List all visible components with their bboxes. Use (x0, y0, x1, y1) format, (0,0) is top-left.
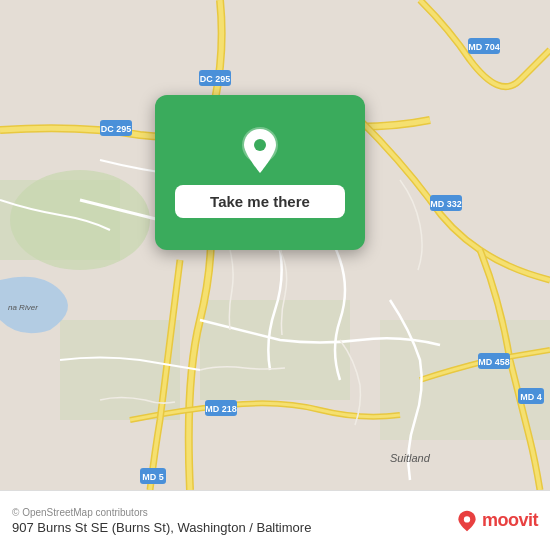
bottom-left-info: © OpenStreetMap contributors 907 Burns S… (12, 507, 311, 535)
svg-text:MD 4: MD 4 (520, 392, 542, 402)
take-me-there-button[interactable]: Take me there (175, 185, 345, 218)
moovit-brand-text: moovit (482, 510, 538, 531)
svg-text:DC 295: DC 295 (101, 124, 132, 134)
svg-rect-3 (200, 300, 350, 400)
svg-text:DC 295: DC 295 (200, 74, 231, 84)
svg-text:Suitland: Suitland (390, 452, 431, 464)
svg-rect-2 (0, 180, 120, 260)
svg-text:MD 332: MD 332 (430, 199, 462, 209)
svg-point-29 (464, 516, 470, 522)
svg-text:na River: na River (8, 303, 38, 312)
moovit-logo: moovit (456, 510, 538, 532)
address-text: 907 Burns St SE (Burns St), Washington /… (12, 520, 311, 535)
moovit-pin-icon (456, 510, 478, 532)
svg-text:MD 458: MD 458 (478, 357, 510, 367)
bottom-bar: © OpenStreetMap contributors 907 Burns S… (0, 490, 550, 550)
map-container: na River (0, 0, 550, 490)
copyright-text: © OpenStreetMap contributors (12, 507, 311, 518)
svg-text:MD 704: MD 704 (468, 42, 500, 52)
svg-point-28 (254, 139, 266, 151)
svg-text:MD 218: MD 218 (205, 404, 237, 414)
svg-text:MD 5: MD 5 (142, 472, 164, 482)
popup-card: Take me there (155, 95, 365, 250)
location-pin-icon (236, 127, 284, 175)
